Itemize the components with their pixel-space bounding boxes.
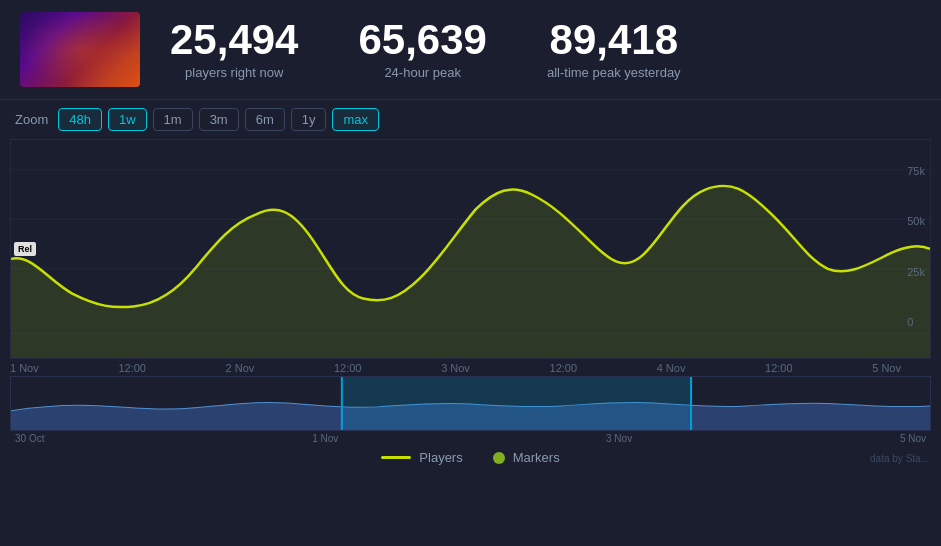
x-label-12-3: 12:00 — [550, 362, 578, 374]
zoom-label: Zoom — [15, 112, 48, 127]
zoom-1w-button[interactable]: 1w — [108, 108, 147, 131]
rel-badge: Rel — [14, 242, 36, 256]
main-chart-x-axis: 1 Nov 12:00 2 Nov 12:00 3 Nov 12:00 4 No… — [0, 359, 941, 374]
alltime-peak-value: 89,418 — [547, 19, 681, 61]
main-chart-svg — [11, 140, 930, 358]
24h-peak-label: 24-hour peak — [358, 65, 486, 80]
zoom-1m-button[interactable]: 1m — [153, 108, 193, 131]
x-label-1nov: 1 Nov — [10, 362, 39, 374]
y-label-0: 0 — [907, 316, 925, 328]
y-label-75k: 75k — [907, 165, 925, 177]
mini-x-30oct: 30 Oct — [15, 433, 44, 444]
stat-24h-peak: 65,639 24-hour peak — [358, 19, 486, 80]
x-label-5nov: 5 Nov — [872, 362, 901, 374]
zoom-bar: Zoom 48h 1w 1m 3m 6m 1y max — [0, 100, 941, 139]
alltime-peak-label: all-time peak yesterday — [547, 65, 681, 80]
data-credit: data by Sta... — [870, 453, 929, 464]
stat-current-players: 25,494 players right now — [170, 19, 298, 80]
mini-chart-svg — [11, 377, 930, 430]
legend-players-label: Players — [419, 450, 462, 465]
zoom-1y-button[interactable]: 1y — [291, 108, 327, 131]
game-thumbnail — [20, 12, 140, 87]
mini-chart-x-labels: 30 Oct 1 Nov 3 Nov 5 Nov — [0, 431, 941, 444]
x-label-2nov: 2 Nov — [226, 362, 255, 374]
x-label-4nov: 4 Nov — [657, 362, 686, 374]
current-players-label: players right now — [170, 65, 298, 80]
mini-chart[interactable] — [10, 376, 931, 431]
mini-x-5nov: 5 Nov — [900, 433, 926, 444]
zoom-48h-button[interactable]: 48h — [58, 108, 102, 131]
legend-markers: Markers — [493, 450, 560, 465]
x-label-12-2: 12:00 — [334, 362, 362, 374]
24h-peak-value: 65,639 — [358, 19, 486, 61]
svg-rect-4 — [342, 377, 691, 430]
zoom-6m-button[interactable]: 6m — [245, 108, 285, 131]
y-label-50k: 50k — [907, 215, 925, 227]
legend: Players Markers data by Sta... — [0, 444, 941, 469]
zoom-max-button[interactable]: max — [332, 108, 379, 131]
current-players-value: 25,494 — [170, 19, 298, 61]
x-label-12-4: 12:00 — [765, 362, 793, 374]
legend-markers-dot — [493, 452, 505, 464]
legend-players-line — [381, 456, 411, 459]
legend-markers-label: Markers — [513, 450, 560, 465]
y-label-25k: 25k — [907, 266, 925, 278]
x-label-3nov: 3 Nov — [441, 362, 470, 374]
mini-x-3nov: 3 Nov — [606, 433, 632, 444]
legend-players: Players — [381, 450, 462, 465]
header: 25,494 players right now 65,639 24-hour … — [0, 0, 941, 100]
x-label-12-1: 12:00 — [118, 362, 146, 374]
stats-group: 25,494 players right now 65,639 24-hour … — [170, 19, 921, 80]
mini-x-1nov: 1 Nov — [312, 433, 338, 444]
zoom-3m-button[interactable]: 3m — [199, 108, 239, 131]
stat-alltime-peak: 89,418 all-time peak yesterday — [547, 19, 681, 80]
